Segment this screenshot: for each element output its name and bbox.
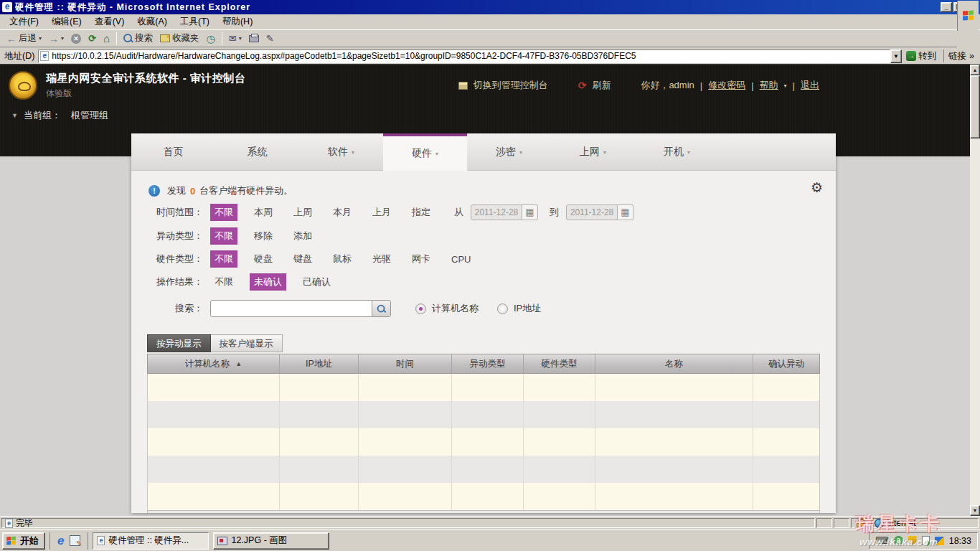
tab-software[interactable]: 软件▾ bbox=[299, 133, 383, 171]
edit-button[interactable]: ✎ bbox=[263, 32, 278, 45]
rising-tray-icon[interactable]: ? bbox=[894, 536, 903, 545]
change-password-link[interactable]: 修改密码 bbox=[708, 79, 745, 92]
change-option-removed[interactable]: 移除 bbox=[250, 227, 277, 245]
scrollbar-thumb[interactable] bbox=[970, 75, 980, 138]
ie-quicklaunch-icon[interactable]: e bbox=[57, 534, 64, 548]
links-bar[interactable]: 链接 » bbox=[943, 50, 979, 62]
refresh-link[interactable]: 刷新 bbox=[592, 79, 611, 92]
taskbar-task-paint[interactable]: 12.JPG - 画图 bbox=[213, 532, 329, 550]
col-computer-name[interactable]: 计算机名称 ▲ bbox=[148, 354, 280, 373]
col-confirm[interactable]: 确认异动 bbox=[753, 354, 819, 373]
taskbar-task-ie[interactable]: e 硬件管理 :: 硬件异... bbox=[93, 532, 209, 550]
search-toolbar-button[interactable]: 搜索 bbox=[120, 31, 156, 46]
col-change-type[interactable]: 异动类型 bbox=[452, 354, 524, 373]
logout-link[interactable]: 退出 bbox=[801, 79, 819, 92]
search-input[interactable] bbox=[211, 301, 372, 316]
current-group-value[interactable]: 根管理组 bbox=[71, 109, 108, 122]
main-nav-tabs: 首页 系统 软件▾ 硬件▾ 涉密▾ 上网▾ 开机▾ bbox=[131, 133, 836, 171]
change-option-added[interactable]: 添加 bbox=[289, 227, 316, 245]
scroll-down-button[interactable]: ▼ bbox=[970, 505, 980, 516]
group-expand-icon[interactable]: ▼ bbox=[11, 112, 18, 119]
menu-help[interactable]: 帮助(H) bbox=[216, 14, 259, 29]
brand-row: 瑞星内网安全审计系统软件 - 审计控制台 体验版 切换到管理控制台 ⟳ 刷新 你… bbox=[0, 68, 970, 103]
keyboard-tray-icon[interactable]: ⌨ bbox=[875, 535, 889, 546]
col-ip[interactable]: IP地址 bbox=[280, 354, 359, 373]
ie-task-icon: e bbox=[97, 536, 105, 545]
radio-ip-address[interactable] bbox=[497, 303, 508, 314]
mail-dropdown-icon[interactable]: ▾ bbox=[239, 35, 242, 42]
time-option-this-week[interactable]: 本周 bbox=[250, 204, 277, 221]
time-option-unlimited[interactable]: 不限 bbox=[210, 204, 237, 221]
address-url[interactable]: https://10.0.2.15/Audit/Hardware/Hardwar… bbox=[52, 51, 636, 61]
back-dropdown-icon[interactable]: ▾ bbox=[39, 35, 42, 42]
sort-asc-icon[interactable]: ▲ bbox=[235, 360, 242, 367]
vertical-scrollbar[interactable]: ▲ ▼ bbox=[970, 65, 980, 516]
tab-system[interactable]: 系统 bbox=[215, 133, 299, 171]
time-option-custom[interactable]: 指定 bbox=[407, 204, 435, 221]
hw-option-mouse[interactable]: 鼠标 bbox=[329, 250, 356, 268]
menu-tools[interactable]: 工具(T) bbox=[174, 14, 216, 29]
history-button[interactable]: ◷ bbox=[203, 32, 219, 46]
menu-view[interactable]: 查看(V) bbox=[88, 14, 131, 29]
status-text-pane: e 完毕 bbox=[1, 518, 815, 528]
forward-button[interactable]: → ▾ bbox=[45, 32, 67, 45]
help-link[interactable]: 帮助 bbox=[760, 79, 778, 92]
favorites-button[interactable]: 收藏夹 bbox=[156, 31, 203, 46]
tab-secrets[interactable]: 涉密▾ bbox=[467, 133, 551, 171]
col-hardware-type[interactable]: 硬件类型 bbox=[524, 354, 595, 373]
monitor-tray-icon[interactable] bbox=[922, 536, 930, 545]
toolbar-separator bbox=[222, 32, 222, 45]
result-option-confirmed[interactable]: 已确认 bbox=[298, 273, 335, 291]
calendar-icon[interactable]: ▦ bbox=[522, 204, 538, 220]
tab-internet[interactable]: 上网▾ bbox=[551, 133, 635, 171]
result-option-unconfirmed[interactable]: 未确认 bbox=[250, 273, 286, 291]
view-tab-by-change[interactable]: 按异动显示 bbox=[147, 334, 211, 352]
date-to-input[interactable]: 2011-12-28 bbox=[566, 204, 618, 220]
address-input[interactable]: e https://10.0.2.15/Audit/Hardware/Hardw… bbox=[38, 50, 890, 63]
col-time[interactable]: 时间 bbox=[359, 354, 452, 373]
time-option-last-month[interactable]: 上月 bbox=[368, 204, 395, 221]
date-from-input[interactable]: 2011-12-28 bbox=[471, 204, 522, 220]
change-option-unlimited[interactable]: 不限 bbox=[210, 227, 237, 245]
show-desktop-icon[interactable] bbox=[70, 535, 80, 546]
hw-option-optical[interactable]: 光驱 bbox=[368, 250, 395, 268]
calendar-icon[interactable]: ▦ bbox=[618, 204, 633, 220]
tab-hardware[interactable]: 硬件▾ bbox=[383, 133, 467, 171]
switch-console-link[interactable]: 切换到管理控制台 bbox=[473, 79, 548, 92]
minimize-button[interactable]: _ bbox=[941, 2, 952, 12]
go-button[interactable]: → 转到 bbox=[902, 49, 941, 63]
mail-button[interactable]: ✉ ▾ bbox=[225, 32, 245, 45]
refresh-button[interactable]: ⟳ bbox=[85, 32, 100, 45]
shield-tray-icon[interactable] bbox=[908, 536, 917, 545]
help-caret-icon[interactable]: ▾ bbox=[784, 83, 787, 89]
search-field[interactable] bbox=[210, 300, 391, 317]
address-dropdown-button[interactable]: ▼ bbox=[890, 50, 902, 63]
home-button[interactable]: ⌂ bbox=[100, 31, 113, 46]
hw-option-disk[interactable]: 硬盘 bbox=[250, 250, 277, 268]
menu-edit[interactable]: 编辑(E) bbox=[45, 14, 88, 29]
hw-option-keyboard[interactable]: 键盘 bbox=[289, 250, 316, 268]
hw-option-nic[interactable]: 网卡 bbox=[407, 250, 435, 268]
result-option-unlimited[interactable]: 不限 bbox=[210, 273, 237, 291]
menu-file[interactable]: 文件(F) bbox=[3, 14, 45, 29]
radio-computer-name[interactable] bbox=[415, 303, 426, 314]
scroll-up-button[interactable]: ▲ bbox=[970, 65, 980, 75]
time-option-last-week[interactable]: 上周 bbox=[289, 204, 316, 221]
forward-dropdown-icon[interactable]: ▾ bbox=[61, 35, 64, 42]
chevron-down-icon: ▾ bbox=[603, 149, 606, 156]
print-button[interactable] bbox=[245, 34, 263, 44]
network-tray-icon[interactable] bbox=[935, 537, 944, 545]
start-button[interactable]: 开始 bbox=[2, 532, 45, 550]
chevron-down-icon: ▾ bbox=[435, 151, 438, 157]
time-option-this-month[interactable]: 本月 bbox=[329, 204, 356, 221]
search-submit-button[interactable] bbox=[372, 301, 390, 316]
hw-option-cpu[interactable]: CPU bbox=[447, 252, 475, 267]
col-name[interactable]: 名称 bbox=[595, 354, 753, 373]
back-button[interactable]: ← 后退 ▾ bbox=[3, 31, 45, 46]
stop-button[interactable]: ✕ bbox=[67, 32, 85, 45]
menu-favorites[interactable]: 收藏(A) bbox=[131, 14, 174, 29]
view-tab-by-client[interactable]: 按客户端显示 bbox=[211, 334, 283, 352]
tab-home[interactable]: 首页 bbox=[131, 133, 215, 171]
tab-boot[interactable]: 开机▾ bbox=[635, 133, 719, 171]
hw-option-unlimited[interactable]: 不限 bbox=[210, 250, 237, 268]
